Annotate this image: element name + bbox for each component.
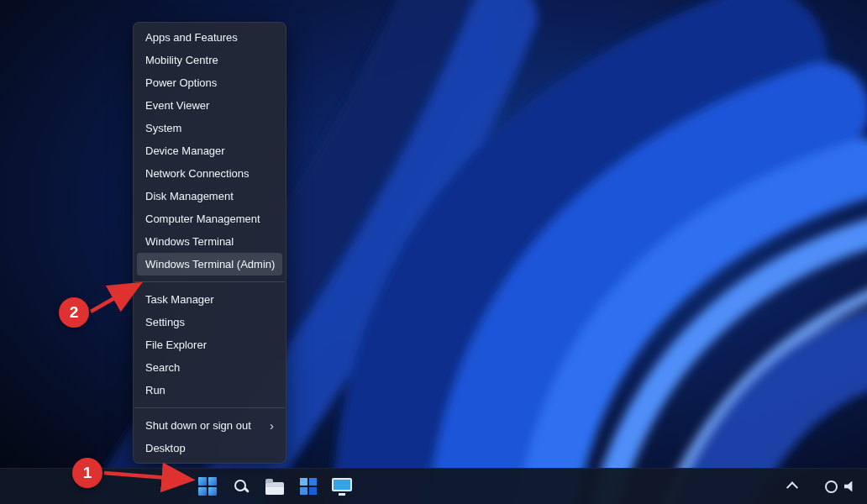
chevron-up-icon xyxy=(786,481,798,493)
menu-separator xyxy=(134,407,285,408)
menu-item-file-explorer[interactable]: File Explorer xyxy=(137,333,282,356)
menu-item-disk-management[interactable]: Disk Management xyxy=(137,185,282,207)
search-button[interactable] xyxy=(227,472,255,501)
step-badge-2: 2 xyxy=(59,297,89,328)
menu-item-apps-and-features[interactable]: Apps and Features xyxy=(137,26,282,49)
menu-item-label: Shut down or sign out xyxy=(145,414,251,437)
windows-blue-tiles-icon xyxy=(300,478,317,495)
menu-item-device-manager[interactable]: Device Manager xyxy=(137,139,282,162)
menu-item-power-options[interactable]: Power Options xyxy=(137,71,282,94)
menu-item-network-connections[interactable]: Network Connections xyxy=(137,162,282,185)
menu-item-desktop[interactable]: Desktop xyxy=(137,437,282,459)
step-badge-1: 1 xyxy=(72,458,102,488)
system-tray xyxy=(781,469,855,504)
start-button[interactable] xyxy=(193,472,222,501)
chevron-right-icon: › xyxy=(270,414,274,437)
start-icon xyxy=(198,477,217,496)
menu-item-system[interactable]: System xyxy=(137,117,282,139)
volume-icon[interactable] xyxy=(844,481,855,492)
monitor-icon xyxy=(332,478,352,496)
menu-item-settings[interactable]: Settings xyxy=(137,311,282,333)
menu-item-mobility-centre[interactable]: Mobility Centre xyxy=(137,49,282,71)
menu-item-windows-terminal[interactable]: Windows Terminal xyxy=(137,230,282,253)
taskbar xyxy=(0,468,867,504)
menu-item-computer-management[interactable]: Computer Management xyxy=(137,207,282,230)
menu-item-event-viewer[interactable]: Event Viewer xyxy=(137,94,282,117)
menu-item-search[interactable]: Search xyxy=(137,356,282,379)
menu-item-shutdown[interactable]: Shut down or sign out › xyxy=(137,414,282,437)
taskbar-icon-group xyxy=(193,472,356,501)
windows-app-button[interactable] xyxy=(294,472,323,501)
network-icon[interactable] xyxy=(825,480,838,493)
tray-icon-group xyxy=(825,480,855,493)
menu-item-task-manager[interactable]: Task Manager xyxy=(137,288,282,311)
menu-item-run[interactable]: Run xyxy=(137,379,282,402)
win-x-menu: Apps and Features Mobility Centre Power … xyxy=(133,22,286,464)
folder-icon xyxy=(265,482,284,495)
display-app-button[interactable] xyxy=(328,472,356,501)
menu-separator xyxy=(134,281,285,282)
file-explorer-button[interactable] xyxy=(260,472,289,501)
menu-item-windows-terminal-admin[interactable]: Windows Terminal (Admin) xyxy=(137,253,282,276)
desktop-wallpaper xyxy=(0,0,867,504)
search-icon xyxy=(234,479,249,494)
tray-overflow-button[interactable] xyxy=(781,475,803,497)
